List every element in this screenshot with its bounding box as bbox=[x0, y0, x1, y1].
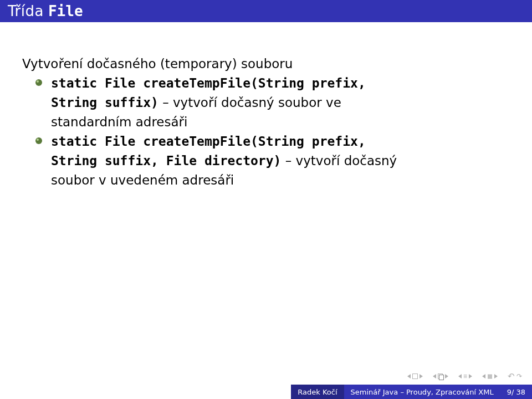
nav-symbols: ≡ ≣ ↶↷ bbox=[407, 371, 522, 381]
slide: Třída File Vytvoření dočasného (temporar… bbox=[0, 0, 532, 399]
title-code: File bbox=[48, 3, 83, 19]
item-text2: soubor v uvedeném adresáři bbox=[51, 173, 234, 187]
item-code-line1: static File createTempFile(String prefix… bbox=[51, 76, 366, 90]
title-prefix: Třída bbox=[8, 3, 44, 19]
bullet-item: static File createTempFile(String prefix… bbox=[22, 75, 510, 92]
item-text: vytvoří dočasný soubor ve bbox=[173, 95, 341, 110]
svg-point-1 bbox=[37, 80, 39, 83]
item-continuation: String suffix, File directory) – vytvoří… bbox=[22, 152, 510, 170]
slide-content: Vytvoření dočasného (temporary) souboru … bbox=[22, 55, 510, 191]
nav-subsection[interactable] bbox=[433, 374, 448, 379]
footer: Radek Kočí Seminář Java – Proudy, Zpraco… bbox=[0, 385, 532, 399]
item-sep: – bbox=[158, 95, 173, 110]
title-bar: Třída File bbox=[0, 0, 532, 22]
item-code-line1: static File createTempFile(String prefix… bbox=[51, 134, 366, 149]
item-sep: – bbox=[281, 154, 295, 168]
item-text2: standardním adresáři bbox=[51, 115, 187, 129]
footer-subject: Seminář Java – Proudy, Zpracování XML bbox=[344, 385, 500, 399]
item-continuation: standardním adresáři bbox=[22, 114, 510, 131]
footer-author: Radek Kočí bbox=[291, 385, 344, 399]
item-continuation: soubor v uvedeném adresáři bbox=[22, 172, 510, 189]
svg-point-0 bbox=[35, 79, 42, 86]
svg-point-3 bbox=[37, 139, 39, 141]
item-continuation: String suffix) – vytvoří dočasný soubor … bbox=[22, 94, 510, 111]
content-heading: Vytvoření dočasného (temporary) souboru bbox=[22, 55, 510, 73]
nav-back[interactable]: ↶↷ bbox=[508, 371, 522, 381]
nav-section[interactable]: ≡ bbox=[458, 372, 472, 380]
item-code-line2: String suffix) bbox=[51, 95, 158, 110]
item-code-line2: String suffix, File directory) bbox=[51, 154, 281, 168]
nav-frame[interactable] bbox=[407, 374, 423, 379]
item-text: vytvoří dočasný bbox=[296, 154, 397, 168]
bullet-item: static File createTempFile(String prefix… bbox=[22, 133, 510, 150]
bullet-icon bbox=[34, 136, 43, 145]
footer-page: 9/ 38 bbox=[500, 385, 532, 399]
nav-part[interactable]: ≣ bbox=[482, 372, 498, 380]
bullet-icon bbox=[34, 78, 43, 87]
svg-point-2 bbox=[35, 137, 42, 144]
